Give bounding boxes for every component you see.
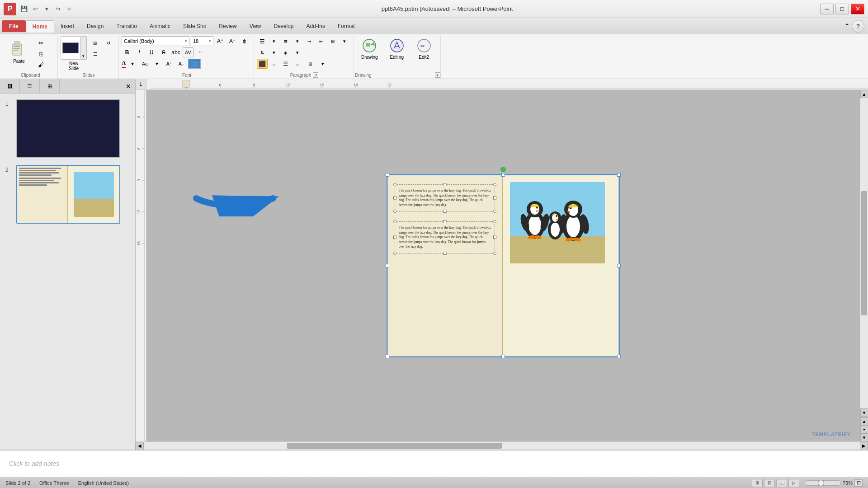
save-quick-btn[interactable]: 💾: [19, 4, 29, 14]
scroll-track-h[interactable]: [144, 442, 860, 450]
paste-button[interactable]: Paste: [5, 36, 33, 66]
scroll-thumb-h[interactable]: [287, 443, 502, 449]
convert-to-smartart-btn[interactable]: ◈: [280, 47, 291, 57]
slide-preview-1[interactable]: [16, 99, 120, 158]
slide-thumb-2[interactable]: 2: [4, 163, 132, 225]
minimize-btn[interactable]: ─: [820, 4, 834, 14]
scroll-down-btn[interactable]: ▼: [860, 408, 868, 417]
format-painter-btn[interactable]: 🖌: [34, 60, 47, 70]
para-dialog-btn[interactable]: ↗: [313, 72, 318, 78]
reset-btn[interactable]: ↺: [102, 38, 115, 48]
columns-btn[interactable]: ⊞: [327, 36, 338, 46]
redo-btn[interactable]: ↪: [53, 4, 63, 14]
tab-review[interactable]: Review: [212, 20, 243, 32]
ribbon-collapse-btn[interactable]: ⌃: [844, 22, 850, 31]
font-family-dropdown[interactable]: Calibri (Body) ▾: [122, 36, 189, 46]
bullets-btn[interactable]: ☰: [257, 36, 268, 46]
slide-sorter-btn[interactable]: ⊟: [764, 479, 775, 487]
rotation-handle[interactable]: [500, 167, 506, 172]
textshadow-btn[interactable]: AV: [183, 47, 193, 57]
bold-btn[interactable]: B: [122, 47, 132, 57]
nav-dot[interactable]: ●: [860, 425, 868, 433]
customize-quick[interactable]: ≡: [64, 4, 74, 14]
scroll-track-v[interactable]: [860, 98, 868, 408]
font-color-dropdown[interactable]: ▾: [127, 59, 138, 69]
tb2-handle-tr[interactable]: [493, 220, 496, 223]
underline-btn[interactable]: U: [146, 47, 157, 57]
tb-handle-mr[interactable]: [493, 197, 496, 200]
indent-increase-btn[interactable]: ⇥: [304, 36, 315, 46]
tb-handle-bm[interactable]: [443, 210, 447, 213]
italic-btn[interactable]: I: [134, 47, 145, 57]
strikethrough-btn[interactable]: S: [158, 47, 169, 57]
panel-tab-icon[interactable]: 🖼: [0, 79, 20, 94]
tab-home[interactable]: Home: [26, 20, 54, 33]
tb2-handle-bm[interactable]: [443, 252, 447, 255]
undo-dropdown[interactable]: ▾: [42, 4, 52, 14]
decrease-font-btn[interactable]: A⁻: [227, 36, 238, 46]
tab-design[interactable]: Design: [80, 20, 110, 32]
layout-btn[interactable]: ⊞: [89, 38, 101, 48]
tb2-handle-br[interactable]: [493, 252, 496, 255]
slideshow-btn[interactable]: ▷: [788, 479, 799, 487]
zoom-thumb[interactable]: [818, 480, 824, 486]
extra-para-dropdown[interactable]: ▾: [317, 59, 328, 69]
extra-para-btn[interactable]: ⊞: [304, 59, 316, 69]
tab-transitions[interactable]: Transitio: [110, 20, 143, 32]
tb-handle-tl[interactable]: [393, 183, 396, 186]
next-slide-btn[interactable]: ▼: [860, 433, 868, 441]
drawing-dialog-btn[interactable]: ▾: [435, 72, 440, 78]
prev-slide-btn[interactable]: ▲: [860, 417, 868, 425]
strikethrough2-btn[interactable]: abc: [170, 47, 181, 57]
scroll-thumb-v[interactable]: [861, 191, 867, 315]
new-slide-dropdown[interactable]: ▾: [80, 36, 87, 60]
fit-zoom-btn[interactable]: ⊡: [854, 479, 863, 487]
fontcase-btn[interactable]: Aa: [139, 59, 150, 69]
tb-handle-bl[interactable]: [393, 210, 396, 213]
slide-thumb-1[interactable]: 1: [4, 97, 132, 160]
tb2-handle-mr[interactable]: [493, 236, 496, 239]
font-size-dropdown[interactable]: 18 ▾: [191, 36, 213, 46]
indent-decrease-btn[interactable]: ⇤: [316, 36, 326, 46]
fontcase-dropdown[interactable]: ▾: [151, 59, 162, 69]
section-btn[interactable]: ☰: [89, 49, 101, 59]
charspacing-btn[interactable]: ⁺⁻: [195, 47, 206, 57]
superscript-btn[interactable]: A⁺: [164, 59, 175, 69]
undo-btn[interactable]: ↩: [30, 4, 40, 14]
convert-dropdown[interactable]: ▾: [292, 47, 303, 57]
editing-btn[interactable]: Editing: [384, 36, 410, 61]
scroll-left-btn[interactable]: ◀: [136, 442, 144, 450]
zoom-slider[interactable]: [805, 480, 841, 486]
tab-format[interactable]: Format: [331, 20, 361, 32]
new-slide-preview[interactable]: [61, 36, 80, 60]
numbering-btn[interactable]: ≡: [280, 36, 291, 46]
edit2-btn[interactable]: ✏ Edit2: [411, 36, 437, 61]
tab-insert[interactable]: Insert: [54, 20, 80, 32]
columns-dropdown[interactable]: ▾: [339, 36, 350, 46]
normal-view-btn[interactable]: ⊞: [752, 479, 763, 487]
tab-file[interactable]: File: [2, 20, 26, 32]
scroll-right-btn[interactable]: ▶: [860, 442, 868, 450]
justify-btn[interactable]: ≡: [292, 59, 303, 69]
tb2-handle-tm[interactable]: [443, 220, 447, 223]
panel-close-btn[interactable]: ✕: [121, 79, 135, 94]
align-center-btn[interactable]: ≡: [269, 59, 279, 69]
slide-preview-2[interactable]: [16, 165, 120, 224]
maximize-btn[interactable]: □: [835, 4, 849, 14]
reading-view-btn[interactable]: 📖: [776, 479, 787, 487]
text-box-btn[interactable]: ⬚: [188, 59, 201, 69]
close-btn[interactable]: ✕: [851, 4, 864, 14]
tb-handle-br[interactable]: [493, 210, 496, 213]
subscript-btn[interactable]: A₋: [176, 59, 187, 69]
text-direction-btn[interactable]: ⇅: [257, 47, 268, 57]
text-block-1[interactable]: The quick brown fox jumps over the lazy …: [395, 184, 495, 211]
tb2-handle-ml[interactable]: [393, 236, 396, 239]
help-btn[interactable]: ?: [852, 20, 864, 33]
tab-slideshow[interactable]: Slide Sho: [177, 20, 212, 32]
cut-btn[interactable]: ✂: [34, 38, 47, 48]
text-direction-dropdown[interactable]: ▾: [269, 47, 279, 57]
tab-animations[interactable]: Animatic: [143, 20, 177, 32]
numbering-dropdown[interactable]: ▾: [292, 36, 303, 46]
panel-tab-layout[interactable]: ⊞: [40, 79, 60, 94]
tab-view[interactable]: View: [243, 20, 268, 32]
